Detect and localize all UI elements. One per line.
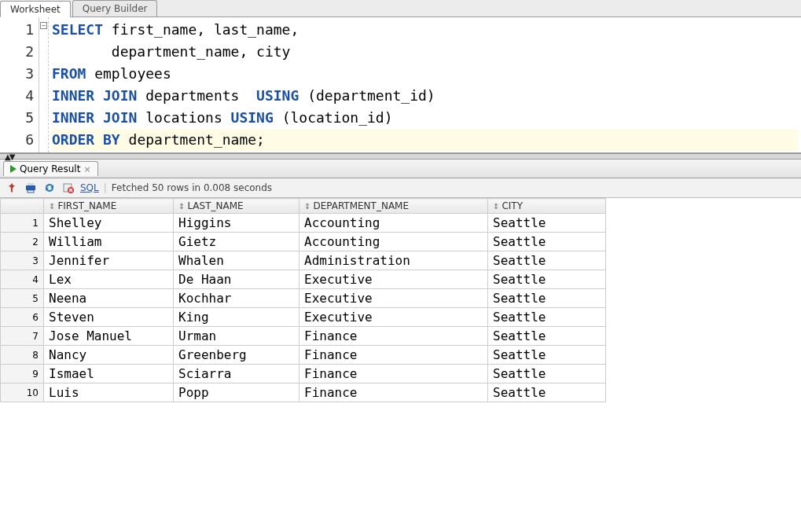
line-number-gutter: 123456 xyxy=(0,17,39,152)
cell-city[interactable]: Seattle xyxy=(488,214,606,233)
sort-icon: ⇕ xyxy=(49,202,55,211)
table-row[interactable]: 6StevenKingExecutiveSeattle xyxy=(1,308,606,327)
table-row[interactable]: 4LexDe HaanExecutiveSeattle xyxy=(1,270,606,289)
rownum-cell: 9 xyxy=(1,365,44,383)
cell-last-name[interactable]: Sciarra xyxy=(174,365,299,383)
pane-splitter[interactable]: ▲▼ xyxy=(0,153,801,160)
fold-column: − xyxy=(39,17,49,152)
cell-first-name[interactable]: Ismael xyxy=(44,365,174,383)
clear-results-icon[interactable] xyxy=(61,181,75,195)
sort-icon: ⇕ xyxy=(493,202,499,211)
code-text[interactable]: SELECT first_name, last_name, department… xyxy=(49,17,801,152)
rownum-cell: 5 xyxy=(1,289,44,308)
cell-first-name[interactable]: Jose Manuel xyxy=(44,327,174,346)
cell-last-name[interactable]: Gietz xyxy=(174,233,299,251)
fold-collapse-icon[interactable]: − xyxy=(40,22,47,29)
col-header-last-name[interactable]: ⇕LAST_NAME xyxy=(174,199,299,214)
rownum-cell: 4 xyxy=(1,270,44,289)
cell-department-name[interactable]: Accounting xyxy=(299,233,488,251)
cell-city[interactable]: Seattle xyxy=(488,270,606,289)
rownum-cell: 2 xyxy=(1,233,44,251)
svg-rect-0 xyxy=(26,185,35,190)
sort-icon: ⇕ xyxy=(304,202,310,211)
code-line[interactable]: INNER JOIN locations USING (location_id) xyxy=(52,107,798,129)
table-row[interactable]: 9IsmaelSciarraFinanceSeattle xyxy=(1,365,606,383)
rownum-cell: 6 xyxy=(1,308,44,327)
rownum-cell: 3 xyxy=(1,251,44,270)
code-line[interactable]: SELECT first_name, last_name, xyxy=(52,19,798,41)
col-header-first-name[interactable]: ⇕FIRST_NAME xyxy=(44,199,174,214)
cell-department-name[interactable]: Finance xyxy=(299,383,488,402)
cell-last-name[interactable]: Higgins xyxy=(174,214,299,233)
cell-last-name[interactable]: Greenberg xyxy=(174,346,299,365)
table-row[interactable]: 8NancyGreenbergFinanceSeattle xyxy=(1,346,606,365)
cell-department-name[interactable]: Accounting xyxy=(299,214,488,233)
table-row[interactable]: 10LuisPoppFinanceSeattle xyxy=(1,383,606,402)
rownum-cell: 10 xyxy=(1,383,44,402)
cell-first-name[interactable]: Lex xyxy=(44,270,174,289)
toolbar-separator: | xyxy=(104,182,107,193)
cell-city[interactable]: Seattle xyxy=(488,233,606,251)
cell-first-name[interactable]: Shelley xyxy=(44,214,174,233)
svg-rect-2 xyxy=(28,190,34,193)
cell-department-name[interactable]: Executive xyxy=(299,308,488,327)
result-toolbar: SQL | Fetched 50 rows in 0.008 seconds xyxy=(0,178,801,198)
fetch-status: Fetched 50 rows in 0.008 seconds xyxy=(112,182,272,193)
rownum-cell: 1 xyxy=(1,214,44,233)
sort-icon: ⇕ xyxy=(178,202,185,211)
sql-link[interactable]: SQL xyxy=(80,182,99,193)
cell-department-name[interactable]: Finance xyxy=(299,346,488,365)
cell-last-name[interactable]: Popp xyxy=(174,383,299,402)
code-line[interactable]: ORDER BY department_name; xyxy=(52,129,798,151)
cell-first-name[interactable]: Nancy xyxy=(44,346,174,365)
table-row[interactable]: 3JenniferWhalenAdministrationSeattle xyxy=(1,251,606,270)
pin-icon[interactable] xyxy=(5,181,19,195)
tab-worksheet[interactable]: Worksheet xyxy=(0,1,71,17)
cell-last-name[interactable]: Kochhar xyxy=(174,289,299,308)
table-row[interactable]: 7Jose ManuelUrmanFinanceSeattle xyxy=(1,327,606,346)
cell-department-name[interactable]: Executive xyxy=(299,289,488,308)
cell-last-name[interactable]: De Haan xyxy=(174,270,299,289)
refresh-icon[interactable] xyxy=(42,181,57,195)
tab-query-result[interactable]: Query Result × xyxy=(3,161,98,176)
col-header-city[interactable]: ⇕CITY xyxy=(488,199,606,214)
cell-first-name[interactable]: Steven xyxy=(44,308,174,327)
cell-city[interactable]: Seattle xyxy=(488,346,606,365)
col-header-department-name[interactable]: ⇕DEPARTMENT_NAME xyxy=(299,199,488,214)
cell-city[interactable]: Seattle xyxy=(488,365,606,383)
cell-first-name[interactable]: Jennifer xyxy=(44,251,174,270)
result-grid[interactable]: ⇕FIRST_NAME ⇕LAST_NAME ⇕DEPARTMENT_NAME … xyxy=(0,198,606,402)
cell-first-name[interactable]: Luis xyxy=(44,383,174,402)
cell-last-name[interactable]: Whalen xyxy=(174,251,299,270)
code-line[interactable]: department_name, city xyxy=(52,41,798,63)
rownum-header[interactable] xyxy=(1,199,44,214)
cell-city[interactable]: Seattle xyxy=(488,327,606,346)
cell-department-name[interactable]: Executive xyxy=(299,270,488,289)
sql-editor[interactable]: 123456 − SELECT first_name, last_name, d… xyxy=(0,17,801,153)
print-icon[interactable] xyxy=(24,181,38,195)
cell-city[interactable]: Seattle xyxy=(488,383,606,402)
cell-city[interactable]: Seattle xyxy=(488,251,606,270)
editor-tab-bar: Worksheet Query Builder xyxy=(0,0,801,17)
rownum-cell: 7 xyxy=(1,327,44,346)
table-row[interactable]: 2WilliamGietzAccountingSeattle xyxy=(1,233,606,251)
cell-department-name[interactable]: Administration xyxy=(299,251,488,270)
code-line[interactable]: FROM employees xyxy=(52,63,798,85)
cell-last-name[interactable]: Urman xyxy=(174,327,299,346)
tab-query-builder[interactable]: Query Builder xyxy=(72,0,158,17)
code-line[interactable]: INNER JOIN departments USING (department… xyxy=(52,85,798,107)
cell-city[interactable]: Seattle xyxy=(488,308,606,327)
cell-first-name[interactable]: Neena xyxy=(44,289,174,308)
splitter-arrows-icon: ▲▼ xyxy=(5,152,13,161)
table-row[interactable]: 1ShelleyHigginsAccountingSeattle xyxy=(1,214,606,233)
cell-department-name[interactable]: Finance xyxy=(299,327,488,346)
result-grid-wrap[interactable]: ⇕FIRST_NAME ⇕LAST_NAME ⇕DEPARTMENT_NAME … xyxy=(0,198,801,402)
cell-department-name[interactable]: Finance xyxy=(299,365,488,383)
rownum-cell: 8 xyxy=(1,346,44,365)
cell-first-name[interactable]: William xyxy=(44,233,174,251)
cell-city[interactable]: Seattle xyxy=(488,289,606,308)
close-icon[interactable]: × xyxy=(83,164,90,174)
svg-rect-1 xyxy=(28,183,34,185)
table-row[interactable]: 5NeenaKochharExecutiveSeattle xyxy=(1,289,606,308)
cell-last-name[interactable]: King xyxy=(174,308,299,327)
